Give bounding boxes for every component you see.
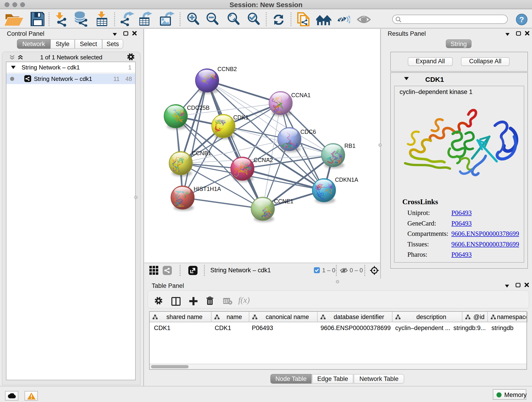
svg-text:CCNA2: CCNA2 bbox=[254, 157, 273, 163]
svg-text:RB1: RB1 bbox=[344, 143, 355, 149]
svg-text:CDK1: CDK1 bbox=[233, 114, 249, 121]
svg-text:CDC6: CDC6 bbox=[300, 128, 316, 135]
svg-text:CDKN1A: CDKN1A bbox=[335, 177, 358, 183]
svg-text:HIST1H1A: HIST1H1A bbox=[194, 186, 221, 192]
svg-text:CDC25B: CDC25B bbox=[187, 104, 210, 111]
svg-text:CCNB1: CCNB1 bbox=[192, 150, 211, 156]
svg-text:CCNB2: CCNB2 bbox=[217, 66, 237, 72]
svg-text:CCNE1: CCNE1 bbox=[274, 198, 293, 204]
svg-text:CCNA1: CCNA1 bbox=[291, 92, 311, 98]
